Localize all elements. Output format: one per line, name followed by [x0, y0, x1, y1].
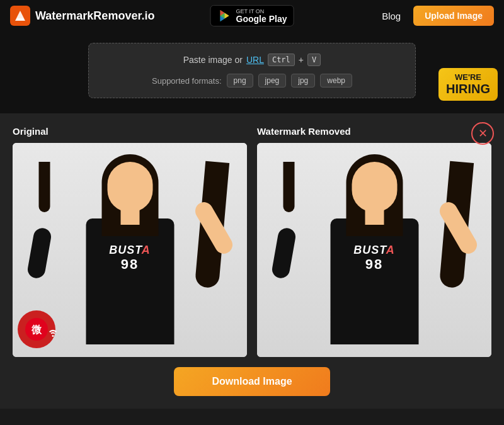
- original-photo: BUSTA 98 微: [13, 143, 247, 357]
- hair-long-left-2: [284, 162, 295, 212]
- original-image-frame: BUSTA 98 微: [13, 143, 247, 357]
- shirt: BUSTA 98: [86, 218, 174, 344]
- wifi-icon: [48, 327, 58, 339]
- shirt-2: BUSTA 98: [330, 218, 418, 344]
- logo-text: WatermarkRemover.io: [35, 9, 154, 23]
- face-2: [352, 162, 397, 212]
- hair-long-left: [39, 162, 50, 212]
- format-webp: webp: [320, 74, 352, 88]
- close-icon: ✕: [478, 127, 488, 140]
- logo-area: WatermarkRemover.io: [10, 6, 154, 26]
- kbd-ctrl: Ctrl: [268, 54, 295, 66]
- original-column: Original BUSTA 98: [13, 126, 247, 357]
- hiring-were: WE'RE: [446, 73, 490, 82]
- hiring-hiring: HIRING: [446, 82, 490, 96]
- format-png: png: [227, 74, 253, 88]
- google-play-label: Google Play: [236, 14, 287, 23]
- google-play-area[interactable]: GET IT ON Google Play: [210, 5, 294, 26]
- removed-column: Watermark Removed BUSTA 98: [257, 126, 491, 357]
- removed-image-frame: BUSTA 98: [257, 143, 491, 357]
- columns-row: Original BUSTA 98: [13, 126, 491, 357]
- weibo-watermark-icon: 微: [24, 317, 49, 342]
- original-label: Original: [13, 126, 247, 137]
- header: WatermarkRemover.io GET IT ON Google Pla…: [0, 0, 504, 31]
- shirt-number: 98: [121, 256, 139, 273]
- svg-text:微: 微: [31, 324, 42, 335]
- header-right: Blog Upload Image: [382, 6, 494, 26]
- download-button[interactable]: Download Image: [174, 367, 329, 396]
- close-button[interactable]: ✕: [471, 122, 494, 145]
- person-figure-removed: BUSTA 98: [287, 143, 462, 357]
- hiring-banner[interactable]: WE'RE HIRING: [438, 68, 498, 101]
- format-jpeg: jpeg: [258, 74, 287, 88]
- url-link[interactable]: URL: [246, 55, 264, 65]
- paste-row: Paste image or URL Ctrl + V: [99, 54, 405, 66]
- svg-rect-2: [16, 18, 24, 20]
- face: [107, 162, 152, 212]
- removed-photo: BUSTA 98: [257, 143, 491, 357]
- kbd-v: V: [307, 54, 321, 66]
- google-play-button[interactable]: GET IT ON Google Play: [210, 5, 294, 26]
- formats-row: Supported formats: png jpeg jpg webp: [99, 74, 405, 88]
- person-figure-original: BUSTA 98: [42, 143, 218, 357]
- format-jpg: jpg: [291, 74, 315, 88]
- google-play-icon: [217, 8, 232, 23]
- removed-label: Watermark Removed: [257, 126, 491, 137]
- shirt-text: BUSTA: [109, 244, 151, 257]
- shirt-number-2: 98: [365, 256, 383, 273]
- shirt-text-2: BUSTA: [353, 244, 395, 257]
- paste-area[interactable]: Paste image or URL Ctrl + V Supported fo…: [88, 43, 416, 98]
- formats-label: Supported formats:: [152, 76, 222, 86]
- main-content: ✕ Original BUSTA 98: [0, 113, 504, 409]
- kbd-plus: +: [299, 55, 304, 65]
- blog-link[interactable]: Blog: [382, 11, 401, 21]
- paste-text: Paste image or: [183, 55, 243, 65]
- upload-image-button[interactable]: Upload Image: [413, 6, 494, 26]
- arm-left-2: [271, 227, 297, 280]
- download-area: Download Image: [13, 367, 491, 396]
- arm-left: [26, 227, 52, 280]
- logo-icon: [10, 6, 30, 26]
